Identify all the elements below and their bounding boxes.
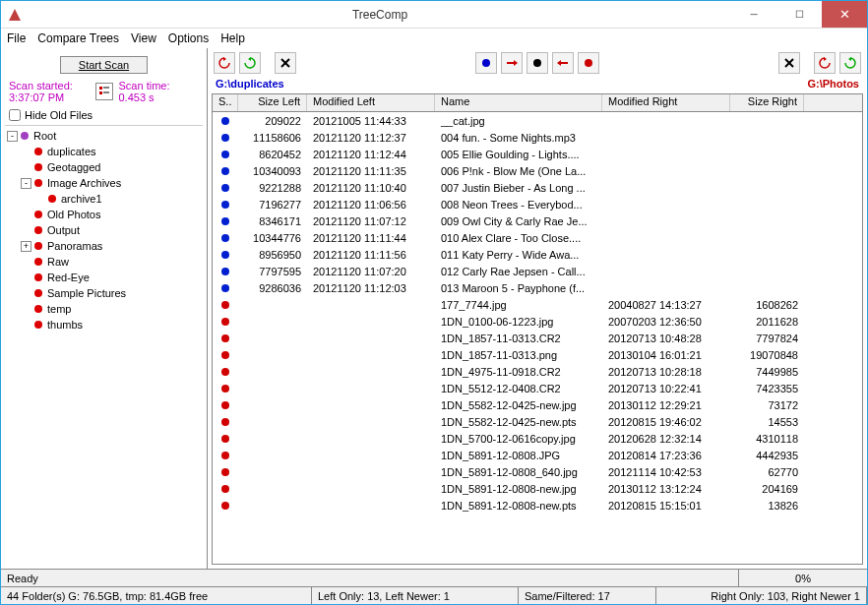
- tree-node[interactable]: +Panoramas: [7, 238, 201, 254]
- col-size-left[interactable]: Size Left: [238, 94, 307, 111]
- file-list[interactable]: 20902220121005 11:44:33__cat.jpg11158606…: [213, 112, 862, 564]
- cell-sr: 204169: [730, 483, 804, 495]
- tool-sync-left-icon[interactable]: [814, 52, 836, 74]
- table-row[interactable]: 1DN_4975-11-0918.CR220120713 10:28:18744…: [213, 363, 862, 380]
- tree-node[interactable]: thumbs: [7, 317, 201, 333]
- table-row[interactable]: 928603620121120 11:12:03013 Maroon 5 - P…: [213, 279, 862, 296]
- tree-node[interactable]: Output: [7, 222, 201, 238]
- cell-nm: 004 fun. - Some Nights.mp3: [435, 132, 602, 144]
- cell-sl: 8620452: [238, 149, 307, 160]
- table-row[interactable]: 1DN_5891-12-0808_640.jpg20121114 10:42:5…: [213, 463, 862, 480]
- tool-refresh-left-icon[interactable]: [214, 52, 235, 74]
- table-row[interactable]: 1034009320121120 11:11:35006 P!nk - Blow…: [213, 162, 862, 179]
- close-button[interactable]: ✕: [822, 1, 867, 28]
- row-status-icon: [221, 134, 229, 142]
- status-right-only: Right Only: 103, Right Newer 1: [656, 587, 867, 604]
- tool-delete-icon[interactable]: [275, 52, 296, 74]
- cell-sr: 19070848: [730, 349, 804, 361]
- row-status-icon: [221, 452, 229, 459]
- tree-node[interactable]: Old Photos: [7, 207, 201, 222]
- scan-started-label: Scan started:: [9, 80, 90, 91]
- table-row[interactable]: 1DN_5891-12-0808-new.pts20120815 15:15:0…: [213, 497, 862, 514]
- tree-node[interactable]: Red-Eye: [7, 270, 201, 285]
- left-path: G:\duplicates: [216, 78, 284, 90]
- scan-options-icon[interactable]: [95, 83, 113, 100]
- menu-help[interactable]: Help: [220, 31, 245, 45]
- cell-ml: 20121120 11:06:56: [307, 199, 435, 211]
- start-scan-button[interactable]: Start Scan: [60, 56, 148, 74]
- table-row[interactable]: 20902220121005 11:44:33__cat.jpg: [213, 112, 862, 129]
- tree-node[interactable]: -Root: [7, 128, 201, 144]
- cell-nm: 010 Alex Clare - Too Close....: [435, 232, 602, 244]
- statusbar-1: Ready 0%: [1, 569, 867, 586]
- hide-old-files-checkbox[interactable]: [9, 109, 21, 121]
- table-row[interactable]: 1DN_1857-11-0313.CR220120713 10:48:28779…: [213, 330, 862, 346]
- table-row[interactable]: 779759520121120 11:07:20012 Carly Rae Je…: [213, 263, 862, 279]
- tree-label: Output: [47, 224, 80, 236]
- cell-sl: 209022: [238, 115, 307, 127]
- cell-nm: 1DN_5891-12-0808-new.pts: [435, 500, 602, 512]
- tool-delete2-icon[interactable]: [778, 52, 800, 74]
- tree-label: Sample Pictures: [47, 287, 126, 299]
- menu-file[interactable]: File: [7, 31, 26, 45]
- cell-nm: 013 Maroon 5 - Payphone (f...: [435, 282, 602, 294]
- svg-point-9: [482, 59, 490, 67]
- tree-dot-icon: [34, 305, 42, 313]
- tree-node[interactable]: Geotagged: [7, 159, 201, 175]
- cell-sr: 4442935: [730, 450, 804, 461]
- table-row[interactable]: 177_7744.jpg20040827 14:13:271608262: [213, 296, 862, 313]
- row-status-icon: [221, 334, 229, 342]
- table-row[interactable]: 1DN_5891-12-0808-new.jpg20130112 13:12:2…: [213, 480, 862, 497]
- row-status-icon: [221, 468, 229, 476]
- menubar: File Compare Trees View Options Help: [1, 29, 867, 48]
- cell-sl: 8956950: [238, 249, 307, 261]
- tree-node[interactable]: Sample Pictures: [7, 285, 201, 301]
- col-modified-right[interactable]: Modified Right: [602, 94, 730, 111]
- tool-refresh-right-icon[interactable]: [239, 52, 261, 74]
- table-row[interactable]: 1DN_5582-12-0425-new.pts20120815 19:46:0…: [213, 413, 862, 430]
- tree-node[interactable]: duplicates: [7, 144, 201, 159]
- tree-node[interactable]: -Image Archives: [7, 175, 201, 191]
- tool-same-icon[interactable]: [527, 52, 548, 74]
- tree-dot-icon: [34, 273, 42, 281]
- col-name[interactable]: Name: [435, 94, 602, 111]
- tree-toggle[interactable]: +: [21, 241, 31, 252]
- tool-sync-right-icon[interactable]: [839, 52, 861, 74]
- table-row[interactable]: 1DN_5700-12-0616copy.jpg20120628 12:32:1…: [213, 430, 862, 447]
- minimize-button[interactable]: ─: [731, 1, 776, 28]
- table-row[interactable]: 1DN_0100-06-1223.jpg20070203 12:36:50201…: [213, 313, 862, 330]
- tool-copy-right-icon[interactable]: [501, 52, 523, 74]
- table-row[interactable]: 1DN_5891-12-0808.JPG20120814 17:23:36444…: [213, 447, 862, 463]
- tree-label: Image Archives: [47, 177, 121, 189]
- col-modified-left[interactable]: Modified Left: [307, 94, 435, 111]
- cell-mr: 20120713 10:28:18: [602, 366, 730, 378]
- tree-dot-icon: [48, 195, 56, 203]
- tool-right-only-icon[interactable]: [578, 52, 599, 74]
- table-row[interactable]: 1115860620121120 11:12:37004 fun. - Some…: [213, 129, 862, 146]
- tool-copy-left-icon[interactable]: [552, 52, 574, 74]
- table-row[interactable]: 895695020121120 11:11:56011 Katy Perry -…: [213, 246, 862, 263]
- tree-node[interactable]: Raw: [7, 254, 201, 270]
- col-status[interactable]: S..: [213, 94, 238, 111]
- tree-node[interactable]: temp: [7, 301, 201, 317]
- row-status-icon: [221, 351, 229, 359]
- folder-tree[interactable]: -RootduplicatesGeotagged-Image Archivesa…: [5, 125, 203, 565]
- menu-compare-trees[interactable]: Compare Trees: [37, 31, 119, 45]
- table-row[interactable]: 834617120121120 11:07:12009 Owl City & C…: [213, 212, 862, 229]
- maximize-button[interactable]: ☐: [776, 1, 822, 28]
- table-row[interactable]: 1DN_5582-12-0425-new.jpg20130112 12:29:2…: [213, 396, 862, 413]
- tree-node[interactable]: archive1: [7, 191, 201, 207]
- table-row[interactable]: 862045220121120 11:12:44005 Ellie Gouldi…: [213, 146, 862, 162]
- menu-view[interactable]: View: [131, 31, 156, 45]
- tool-left-only-icon[interactable]: [475, 52, 497, 74]
- table-row[interactable]: 1034477620121120 11:11:44010 Alex Clare …: [213, 229, 862, 246]
- menu-options[interactable]: Options: [168, 31, 209, 45]
- tree-toggle[interactable]: -: [21, 178, 31, 189]
- table-row[interactable]: 719627720121120 11:06:56008 Neon Trees -…: [213, 196, 862, 212]
- tree-toggle[interactable]: -: [7, 131, 18, 142]
- table-row[interactable]: 922128820121120 11:10:40007 Justin Biebe…: [213, 179, 862, 196]
- col-size-right[interactable]: Size Right: [730, 94, 804, 111]
- table-row[interactable]: 1DN_5512-12-0408.CR220120713 10:22:41742…: [213, 380, 862, 396]
- table-row[interactable]: 1DN_1857-11-0313.png20130104 16:01:21190…: [213, 346, 862, 363]
- tree-dot-icon: [34, 148, 42, 155]
